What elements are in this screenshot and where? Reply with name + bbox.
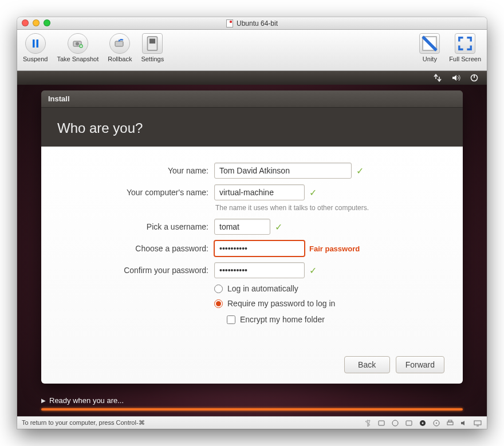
rollback-button[interactable]: Rollback bbox=[108, 33, 132, 62]
disclosure-triangle-icon: ▶ bbox=[41, 397, 46, 404]
require-password-radio[interactable] bbox=[214, 299, 223, 308]
installer-titlebar: Install bbox=[41, 90, 463, 108]
cd-icon[interactable] bbox=[418, 419, 427, 428]
svg-point-12 bbox=[392, 420, 398, 426]
svg-rect-7 bbox=[149, 39, 155, 44]
snapshot-label: Take Snapshot bbox=[57, 56, 99, 62]
encrypt-home-checkbox[interactable] bbox=[227, 315, 235, 324]
network-icon[interactable] bbox=[433, 73, 442, 82]
disk-icon[interactable] bbox=[432, 419, 441, 428]
rollback-icon bbox=[109, 33, 130, 54]
camera-plus-icon bbox=[68, 33, 88, 54]
check-icon: ✓ bbox=[275, 222, 282, 232]
usb-icon[interactable] bbox=[404, 419, 414, 428]
username-label: Pick a username: bbox=[60, 222, 208, 231]
computer-name-label: Your computer's name: bbox=[60, 188, 208, 197]
check-icon: ✓ bbox=[356, 165, 364, 176]
password-strength: Fair password bbox=[309, 244, 360, 253]
your-name-label: Your name: bbox=[60, 166, 208, 175]
minimize-button[interactable] bbox=[33, 19, 40, 26]
progress-bar bbox=[41, 408, 463, 411]
suspend-label: Suspend bbox=[23, 56, 48, 62]
suspend-button[interactable]: Suspend bbox=[23, 33, 48, 62]
require-password-label: Require my password to log in bbox=[227, 299, 335, 308]
login-auto-radio[interactable] bbox=[214, 285, 223, 293]
vmware-window: Ubuntu 64-bit Suspend Take Snapshot bbox=[17, 17, 487, 429]
vm-device-icons bbox=[363, 419, 482, 428]
computer-name-input[interactable] bbox=[214, 184, 305, 200]
encrypt-home-option[interactable]: Encrypt my home folder bbox=[214, 315, 444, 324]
user-form: Your name: ✓ Your computer's name: ✓ The… bbox=[60, 163, 444, 324]
username-input[interactable] bbox=[214, 219, 270, 235]
vmware-statusbar: To return to your computer, press Contro… bbox=[17, 416, 487, 429]
svg-rect-5 bbox=[115, 41, 123, 46]
settings-button[interactable]: Settings bbox=[141, 33, 164, 62]
vm-document-icon bbox=[226, 19, 233, 27]
bluetooth-icon[interactable] bbox=[363, 419, 372, 428]
fullscreen-label: Full Screen bbox=[449, 56, 481, 62]
guest-display: Install Who are you? Your name: ✓ Your c… bbox=[17, 71, 487, 416]
require-password-option[interactable]: Require my password to log in bbox=[214, 299, 444, 308]
window-title-text: Ubuntu 64-bit bbox=[237, 19, 278, 27]
volume-icon[interactable] bbox=[451, 73, 460, 82]
switch-icon bbox=[142, 33, 163, 54]
rollback-label: Rollback bbox=[108, 56, 132, 62]
installer-heading: Who are you? bbox=[41, 108, 463, 147]
fullscreen-button[interactable]: Full Screen bbox=[449, 33, 481, 62]
installer-title: Install bbox=[48, 94, 70, 103]
fullscreen-icon bbox=[455, 33, 475, 54]
unity-label: Unity bbox=[423, 56, 437, 62]
printer-icon[interactable] bbox=[446, 419, 455, 428]
window-title: Ubuntu 64-bit bbox=[226, 19, 278, 27]
login-auto-option[interactable]: Log in automatically bbox=[214, 284, 444, 293]
hdd-icon[interactable] bbox=[377, 419, 386, 428]
confirm-password-input[interactable] bbox=[214, 262, 305, 278]
installer-nav-buttons: Back Forward bbox=[60, 346, 444, 373]
encrypt-home-label: Encrypt my home folder bbox=[240, 315, 325, 324]
svg-rect-0 bbox=[33, 40, 35, 48]
network-adapter-icon[interactable] bbox=[391, 419, 400, 428]
sound-status-icon[interactable] bbox=[459, 419, 468, 428]
svg-rect-19 bbox=[448, 420, 452, 422]
ubuntu-menubar bbox=[17, 71, 487, 85]
svg-rect-13 bbox=[406, 421, 412, 425]
zoom-button[interactable] bbox=[44, 19, 50, 26]
password-label: Choose a password: bbox=[60, 244, 208, 253]
pause-icon bbox=[25, 33, 46, 54]
unity-button[interactable]: Unity bbox=[419, 33, 440, 62]
svg-rect-18 bbox=[447, 422, 453, 425]
install-progress: ▶ Ready when you are... bbox=[41, 390, 463, 413]
vmware-toolbar: Suspend Take Snapshot Rollback Settings bbox=[17, 30, 487, 71]
power-icon[interactable] bbox=[470, 73, 479, 82]
svg-rect-20 bbox=[474, 421, 481, 425]
your-name-input[interactable] bbox=[214, 163, 352, 179]
progress-label: Ready when you are... bbox=[49, 396, 124, 405]
mac-titlebar: Ubuntu 64-bit bbox=[17, 17, 487, 30]
forward-button[interactable]: Forward bbox=[396, 356, 444, 373]
password-input[interactable] bbox=[214, 240, 305, 256]
computer-name-hint: The name it uses when it talks to other … bbox=[215, 204, 444, 212]
unity-icon bbox=[419, 33, 440, 54]
take-snapshot-button[interactable]: Take Snapshot bbox=[57, 33, 99, 62]
login-auto-label: Log in automatically bbox=[227, 284, 298, 293]
settings-label: Settings bbox=[141, 56, 164, 62]
svg-point-3 bbox=[76, 42, 79, 46]
confirm-password-label: Confirm your password: bbox=[60, 266, 208, 275]
svg-rect-1 bbox=[36, 40, 38, 48]
installer-window: Install Who are you? Your name: ✓ Your c… bbox=[41, 90, 463, 384]
statusbar-hint: To return to your computer, press Contro… bbox=[22, 419, 145, 427]
progress-disclosure[interactable]: ▶ Ready when you are... bbox=[41, 396, 463, 405]
svg-point-17 bbox=[436, 423, 437, 424]
installer-body: Your name: ✓ Your computer's name: ✓ The… bbox=[41, 147, 463, 384]
check-icon: ✓ bbox=[309, 265, 317, 276]
close-button[interactable] bbox=[22, 19, 29, 26]
svg-point-15 bbox=[422, 422, 424, 424]
display-icon[interactable] bbox=[473, 419, 482, 428]
window-controls bbox=[22, 19, 50, 26]
check-icon: ✓ bbox=[309, 187, 317, 198]
svg-rect-11 bbox=[379, 421, 384, 425]
back-button[interactable]: Back bbox=[344, 356, 390, 373]
